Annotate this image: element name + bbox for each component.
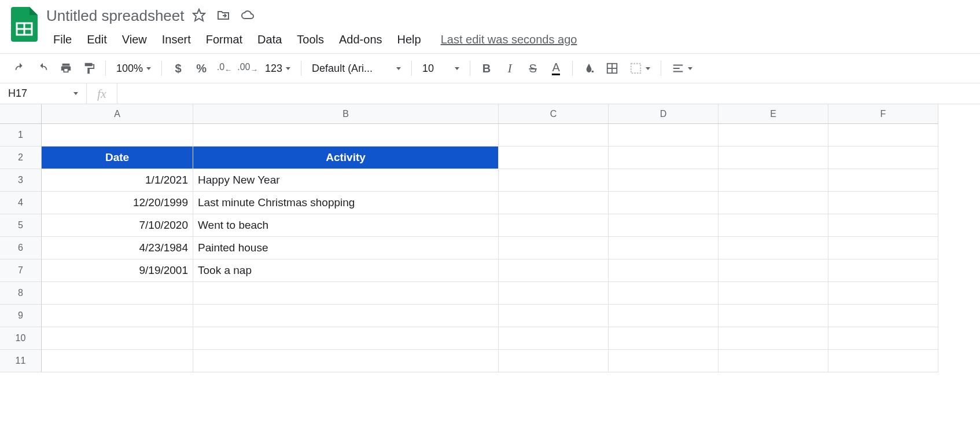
column-header[interactable]: C [499,104,609,124]
column-header[interactable]: E [719,104,828,124]
row-header[interactable]: 2 [0,147,42,169]
cell[interactable] [609,124,719,147]
cell[interactable] [719,350,828,372]
row-header[interactable]: 4 [0,192,42,214]
font-size-dropdown[interactable]: 10 [418,63,464,75]
select-all-corner[interactable] [0,104,42,124]
cell[interactable] [609,305,719,327]
star-icon[interactable] [192,8,206,24]
cell[interactable] [499,124,609,147]
cell[interactable]: Activity [193,147,499,169]
row-header[interactable]: 11 [0,350,42,372]
cell[interactable] [719,259,828,282]
cell[interactable] [609,327,719,350]
row-header[interactable]: 3 [0,169,42,192]
cell[interactable]: 7/10/2020 [42,214,193,237]
cell[interactable] [828,169,938,192]
cell[interactable]: Date [42,147,193,169]
cell[interactable] [719,282,828,305]
cell[interactable] [499,237,609,259]
row-header[interactable]: 10 [0,327,42,350]
cell[interactable] [609,350,719,372]
paint-format-button[interactable] [79,58,100,79]
cell[interactable] [609,192,719,214]
cell[interactable] [499,214,609,237]
cell[interactable]: Took a nap [193,259,499,282]
row-header[interactable]: 7 [0,259,42,282]
cell[interactable] [499,259,609,282]
increase-decimal-button[interactable]: .00→ [237,58,258,79]
cell[interactable] [609,147,719,169]
menu-format[interactable]: Format [199,31,249,49]
cell[interactable] [42,282,193,305]
cell[interactable] [719,237,828,259]
cell[interactable] [719,214,828,237]
column-header[interactable]: A [42,104,193,124]
menu-file[interactable]: File [46,31,79,49]
cell[interactable] [828,192,938,214]
row-header[interactable]: 8 [0,282,42,305]
cell[interactable] [42,327,193,350]
cell[interactable] [42,350,193,372]
decrease-decimal-button[interactable]: .0← [214,58,235,79]
cell[interactable] [609,259,719,282]
cell[interactable]: 4/23/1984 [42,237,193,259]
cell[interactable] [499,192,609,214]
cell[interactable] [499,282,609,305]
formula-input[interactable] [117,83,980,104]
cell[interactable] [719,124,828,147]
cell[interactable] [828,305,938,327]
cell[interactable] [609,282,719,305]
borders-button[interactable] [602,58,622,79]
text-color-button[interactable]: A [546,58,566,79]
menu-view[interactable]: View [115,31,154,49]
cell[interactable] [193,124,499,147]
strikethrough-button[interactable]: S [522,58,543,79]
cell[interactable]: 1/1/2021 [42,169,193,192]
horizontal-align-dropdown[interactable] [667,62,697,75]
menu-data[interactable]: Data [250,31,289,49]
cell[interactable] [719,305,828,327]
cell[interactable] [828,282,938,305]
cell[interactable]: Went to beach [193,214,499,237]
cell[interactable] [499,147,609,169]
undo-button[interactable] [9,58,30,79]
cell[interactable] [828,327,938,350]
cell[interactable] [719,192,828,214]
name-box[interactable]: H17 [0,83,87,104]
menu-help[interactable]: Help [390,31,428,49]
cell[interactable] [499,327,609,350]
redo-button[interactable] [32,58,53,79]
cell[interactable] [609,214,719,237]
last-edit-link[interactable]: Last edit was seconds ago [441,33,577,46]
cell[interactable] [42,124,193,147]
print-button[interactable] [56,58,76,79]
cell[interactable] [719,169,828,192]
cell[interactable] [828,259,938,282]
percent-button[interactable]: % [191,58,212,79]
cell[interactable]: 12/20/1999 [42,192,193,214]
bold-button[interactable]: B [476,58,497,79]
cell[interactable]: 9/19/2001 [42,259,193,282]
fill-color-button[interactable] [579,58,599,79]
column-header[interactable]: B [193,104,499,124]
cell[interactable] [828,237,938,259]
column-header[interactable]: F [828,104,938,124]
menu-addons[interactable]: Add-ons [332,31,389,49]
more-formats-dropdown[interactable]: 123 [260,63,295,75]
italic-button[interactable]: I [499,58,520,79]
row-header[interactable]: 6 [0,237,42,259]
document-title[interactable]: Untitled spreadsheet [46,7,184,25]
row-header[interactable]: 5 [0,214,42,237]
cell[interactable] [828,350,938,372]
row-header[interactable]: 1 [0,124,42,147]
row-header[interactable]: 9 [0,305,42,327]
cell[interactable] [828,147,938,169]
zoom-dropdown[interactable]: 100% [112,63,156,75]
cell[interactable] [828,124,938,147]
font-family-dropdown[interactable]: Default (Ari... [307,63,406,75]
cell[interactable] [719,147,828,169]
column-header[interactable]: D [609,104,719,124]
cell[interactable] [193,327,499,350]
cell[interactable] [193,305,499,327]
